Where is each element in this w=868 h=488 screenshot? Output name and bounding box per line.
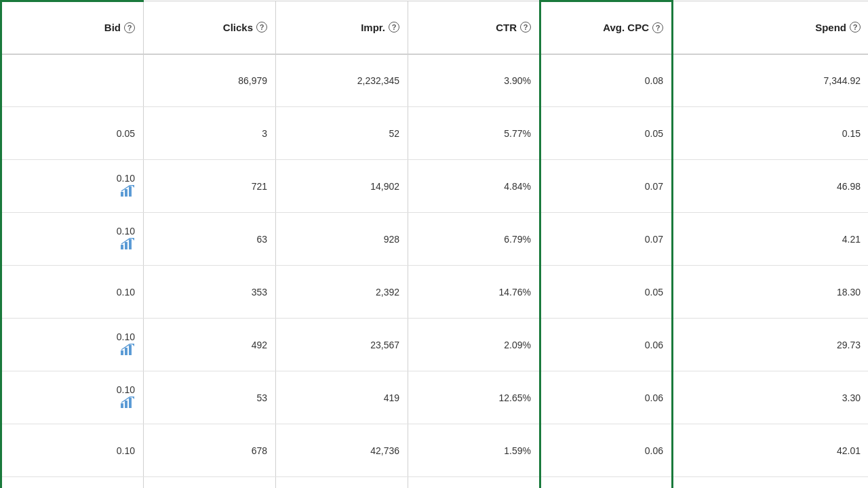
ctr-help-icon[interactable]: ?: [520, 22, 531, 33]
table-row-spend: 46.98: [673, 160, 869, 213]
bid-value: 0.10: [117, 445, 135, 456]
table-row-impr: 419: [276, 371, 408, 424]
svg-rect-14: [129, 398, 132, 408]
table-row-ctr: 4.84%: [408, 160, 540, 213]
clicks-help-icon[interactable]: ?: [256, 22, 267, 33]
table-row-avgcpc: 0.06: [540, 371, 673, 424]
table-row-avgcpc: 0.06: [540, 319, 673, 371]
table-row-bid: 0.05: [1, 107, 144, 160]
svg-rect-0: [121, 192, 123, 197]
table-row-impr: 52: [276, 107, 408, 160]
table-row-clicks: 353: [144, 266, 276, 319]
trend-up-icon: [120, 185, 135, 199]
table-row-clicks: 2: [144, 477, 276, 489]
ctr-label: CTR: [496, 22, 517, 33]
table-row-ctr: 2.67%: [408, 477, 540, 489]
table-row-avgcpc: 0.05: [540, 266, 673, 319]
avgcpc-help-icon[interactable]: ?: [652, 22, 663, 33]
table-row-bid: 0.10: [1, 319, 144, 371]
svg-rect-10: [129, 345, 132, 355]
table-row-avgcpc: 0.05: [540, 477, 673, 489]
table-row-bid: 0.10: [1, 266, 144, 319]
table-row-avgcpc: 0.07: [540, 160, 673, 213]
table-row-spend: 29.73: [673, 319, 869, 371]
col-header-bid: Bid ?: [1, 1, 144, 54]
bid-help-icon[interactable]: ?: [124, 22, 135, 33]
table-row-spend: 3.30: [673, 371, 869, 424]
table-row-clicks: 721: [144, 160, 276, 213]
table-row-bid: [1, 54, 144, 107]
svg-marker-3: [132, 185, 134, 188]
trend-up-icon: [120, 238, 135, 252]
table-row-bid: 0.10: [1, 213, 144, 266]
table-row-spend: 0.15: [673, 107, 869, 160]
table-row-impr: 14,902: [276, 160, 408, 213]
impr-label: Impr.: [361, 22, 385, 33]
table-row-bid: 0.10: [1, 160, 144, 213]
table-row-ctr: 5.77%: [408, 107, 540, 160]
table-row-spend: 7,344.92: [673, 54, 869, 107]
table-row-spend: 0.10: [673, 477, 869, 489]
table-row-spend: 18.30: [673, 266, 869, 319]
svg-rect-12: [121, 403, 123, 408]
svg-rect-5: [125, 242, 127, 249]
svg-marker-7: [132, 238, 134, 241]
bid-value: 0.10: [117, 287, 135, 298]
clicks-label: Clicks: [223, 22, 253, 33]
table-row-ctr: 6.79%: [408, 213, 540, 266]
table-row-avgcpc: 0.07: [540, 213, 673, 266]
table-row-avgcpc: 0.05: [540, 107, 673, 160]
svg-rect-8: [121, 350, 123, 355]
table-row-clicks: 678: [144, 424, 276, 477]
table-row-ctr: 12.65%: [408, 371, 540, 424]
table-row-impr: 42,736: [276, 424, 408, 477]
table-row-avgcpc: 0.06: [540, 424, 673, 477]
table-row-clicks: 53: [144, 371, 276, 424]
spend-help-icon[interactable]: ?: [850, 22, 861, 33]
table-row-ctr: 14.76%: [408, 266, 540, 319]
impr-help-icon[interactable]: ?: [389, 22, 399, 33]
table-row-impr: 23,567: [276, 319, 408, 371]
table-row-bid: 0.05: [1, 477, 144, 489]
svg-rect-2: [129, 186, 132, 197]
table-row-clicks: 86,979: [144, 54, 276, 107]
table-row-avgcpc: 0.08: [540, 54, 673, 107]
table-row-spend: 4.21: [673, 213, 869, 266]
col-header-avgcpc: Avg. CPC ?: [540, 1, 673, 54]
bid-value: 0.10: [117, 384, 135, 395]
bid-label: Bid: [104, 22, 121, 33]
col-header-impr: Impr. ?: [276, 1, 408, 54]
table-row-clicks: 492: [144, 319, 276, 371]
col-header-ctr: CTR ?: [408, 1, 540, 54]
spend-label: Spend: [815, 22, 846, 33]
table-row-impr: 2,392: [276, 266, 408, 319]
bid-value: 0.10: [117, 226, 135, 237]
table-row-clicks: 3: [144, 107, 276, 160]
bid-value: 0.10: [117, 173, 135, 184]
table-row-bid: 0.10: [1, 371, 144, 424]
table-row-spend: 42.01: [673, 424, 869, 477]
svg-marker-11: [132, 344, 134, 346]
svg-rect-4: [121, 245, 123, 249]
svg-rect-9: [125, 348, 127, 355]
svg-rect-13: [125, 401, 127, 408]
table-row-impr: 928: [276, 213, 408, 266]
table-row-ctr: 2.09%: [408, 319, 540, 371]
svg-rect-1: [125, 189, 127, 197]
svg-rect-6: [129, 239, 132, 249]
trend-up-icon: [120, 344, 135, 358]
table-row-impr: 2,232,345: [276, 54, 408, 107]
col-header-spend: Spend ?: [673, 1, 869, 54]
trend-up-icon: [120, 396, 135, 411]
table-row-impr: 75: [276, 477, 408, 489]
bid-value: 0.05: [117, 128, 135, 139]
avgcpc-label: Avg. CPC: [603, 22, 649, 33]
svg-marker-15: [132, 396, 134, 399]
data-table: Bid ? Clicks ? Impr. ?: [0, 0, 868, 488]
table-row-bid: 0.10: [1, 424, 144, 477]
table-row-ctr: 1.59%: [408, 424, 540, 477]
bid-value: 0.10: [117, 331, 135, 342]
col-header-clicks: Clicks ?: [144, 1, 276, 54]
table-row-ctr: 3.90%: [408, 54, 540, 107]
table-row-clicks: 63: [144, 213, 276, 266]
